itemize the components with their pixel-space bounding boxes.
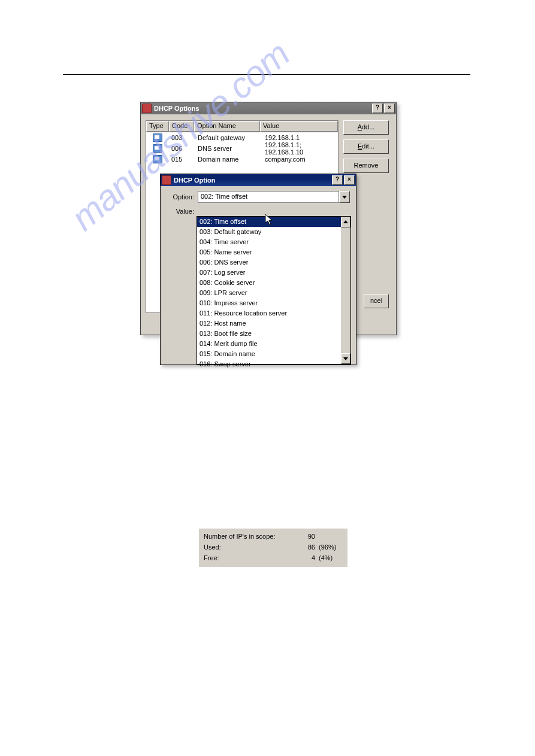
stats-row: Used: 86 (96%) [204, 542, 343, 552]
list-item[interactable]: 002: Time offset [197, 217, 341, 227]
window-title: DHCP Options [154, 105, 371, 112]
table-row[interactable]: 015 Domain name company.com [146, 154, 338, 165]
remove-button[interactable]: Remove [343, 159, 389, 173]
list-item[interactable]: 011: Resource location server [197, 308, 341, 318]
list-item[interactable]: 013: Boot file size [197, 329, 341, 339]
option-icon [153, 155, 162, 163]
stats-row: Number of IP's in scope: 90 [204, 531, 343, 542]
divider [63, 74, 470, 75]
app-icon [162, 175, 171, 185]
ip-stats-panel: Number of IP's in scope: 90 Used: 86 (96… [199, 529, 347, 567]
col-value[interactable]: Value [260, 121, 338, 132]
chevron-down-icon[interactable] [339, 191, 350, 203]
col-name[interactable]: Option Name [194, 121, 260, 132]
scroll-track[interactable] [341, 227, 350, 353]
list-item[interactable]: 012: Host name [197, 318, 341, 329]
window-title: DHCP Option [174, 177, 331, 184]
col-code[interactable]: Code [169, 121, 194, 132]
help-button[interactable]: ? [372, 104, 383, 113]
list-item[interactable]: 015: Domain name [197, 349, 341, 359]
list-item[interactable]: 008: Cookie server [197, 278, 341, 288]
list-item[interactable]: 006: DNS server [197, 257, 341, 268]
app-icon [142, 104, 152, 113]
titlebar: DHCP Options ? × [141, 102, 396, 114]
list-item[interactable]: 003: Default gateway [197, 227, 341, 237]
scrollbar[interactable] [341, 217, 350, 364]
scroll-up-icon[interactable] [341, 217, 350, 227]
add-button[interactable]: Add... [343, 120, 389, 135]
close-button[interactable]: × [344, 175, 355, 185]
dhcp-option-dialog: DHCP Option ? × Option: 002: Time offset… [160, 174, 356, 365]
option-icon [153, 144, 162, 153]
list-item[interactable]: 004: Time server [197, 237, 341, 247]
value-label: Value: [167, 208, 198, 215]
list-item[interactable]: 005: Name server [197, 247, 341, 257]
edit-button[interactable]: Edit... [343, 139, 389, 154]
scroll-down-icon[interactable] [341, 353, 350, 364]
titlebar: DHCP Option ? × [161, 174, 356, 186]
option-value: 002: Time offset [198, 191, 339, 203]
list-item[interactable]: 014: Merit dump file [197, 339, 341, 349]
option-dropdown-list[interactable]: 002: Time offset 003: Default gateway 00… [197, 216, 351, 365]
list-header: Type Code Option Name Value [146, 121, 338, 132]
list-item[interactable]: 016: Swap server [197, 359, 341, 369]
option-icon [153, 133, 162, 142]
list-item[interactable]: 009: LPR server [197, 288, 341, 298]
cancel-button-partial[interactable]: ncel [364, 294, 389, 308]
help-button[interactable]: ? [332, 175, 343, 185]
list-item[interactable]: 007: Log server [197, 268, 341, 278]
list-item[interactable]: 010: Impress server [197, 298, 341, 308]
col-type[interactable]: Type [146, 121, 169, 132]
option-label: Option: [167, 193, 198, 201]
close-button[interactable]: × [384, 104, 395, 113]
stats-row: Free: 4 (4%) [204, 552, 343, 563]
table-row[interactable]: 006 DNS server 192.168.1.1; 192.168.1.10 [146, 143, 338, 154]
option-combobox[interactable]: 002: Time offset [198, 191, 350, 203]
